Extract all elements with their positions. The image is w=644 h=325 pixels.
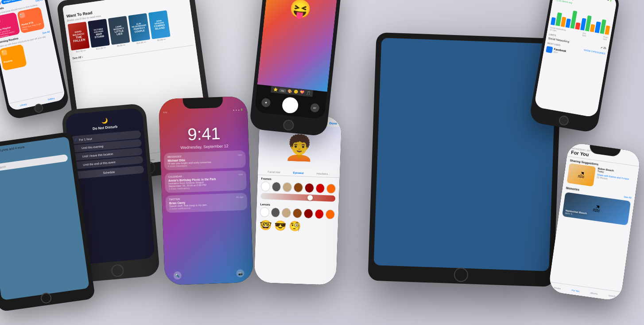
iphone-memoji-device: Cancel ▲ ▲ Done 🧑‍🦱 Facial Hair Eyewear … [254,114,341,285]
gallery-tab[interactable]: Gallery [47,97,55,101]
chart-bar [575,22,581,29]
frame-option[interactable] [315,183,325,193]
donut-prop: 🍩 [318,0,330,1]
frame-option[interactable] [294,183,303,193]
albums-tab[interactable]: Albums [590,291,597,295]
for-you-tab[interactable]: For You [572,289,580,292]
iphone-x-lock-device: 9:41 ▲ ▲ ▲ 🔋 9:41 Wednesday, September 1… [159,96,254,286]
play-playlist-shortcut[interactable]: ▶ Play Playlist Start playing a preselec… [0,12,20,39]
iphone-x-lock-screen: 9:41 ▲ ▲ ▲ 🔋 9:41 Wednesday, September 1… [159,96,254,286]
shutter-button[interactable] [282,97,299,114]
book-item[interactable]: JOHNGRISHAMCAMINOISLAND $3.99 ••• [148,10,171,42]
book-item[interactable]: LIANEMORIARTYLITTLELIES $9.99 ••• [108,16,131,48]
book-item[interactable]: DAVIDBALDACCITHEFALLEN $14.99 ••• [68,22,90,54]
photos-content: WEDNESDAY, SEPTEMBER 12 For You Sharing … [548,142,641,302]
frame-option[interactable] [283,182,292,192]
search-tab[interactable]: Search [609,294,616,298]
most-used-label: MOST USED [547,42,560,47]
done-button[interactable]: Done [329,121,337,125]
messages-notification[interactable]: MESSAGES now Michael Dibs I'll see you b… [164,150,246,170]
photos-navigation: Photos For You Albums Search [548,282,621,302]
book-item[interactable]: ELINHILDERBRANDPERFECTCOUPLE $14.99 ••• [128,13,151,45]
lock-time: 9:41 [159,111,248,145]
ipad-home-button[interactable] [40,292,52,304]
library-tab[interactable]: Library [20,102,27,106]
smiley-sticker[interactable]: 🙂 [294,90,299,94]
lens-option[interactable] [293,208,302,219]
iphone-memoji-screen: Cancel ▲ ▲ Done 🧑‍🦱 Facial Hair Eyewear … [254,114,341,285]
memoji-character: 🧑‍🦱 [284,133,315,162]
home-eta-shortcut[interactable]: 🏠 Home ETA Share how long to get home. [17,7,45,33]
variant-1[interactable]: 🤓 [259,219,272,231]
ipad-maps-screen: BAY MALIBUBEACH APR 13 - 15 Share with L… [0,137,89,300]
book-item[interactable]: VICTORIAAVEYARDWARSTORM $11.99 ••• [88,19,110,51]
sun-icon: ☀ [1,49,8,55]
iphone-home-button[interactable] [558,115,569,126]
routine-shortcut[interactable]: ☀ Routine [0,44,27,71]
photos-tab[interactable]: Photos [554,286,561,290]
facetime-content: 👨‍💼 👩‍🦳 👨‍🦱 👩 👧 [381,38,557,44]
lock-bottom-icons: 🔦 📷 [164,269,253,280]
facetime-main-view: 👨‍💼 👩‍🦳 [381,38,557,44]
check-icon: ✓ [74,138,78,141]
twitter-notification[interactable]: TWITTER 4m ago Brian Carey Sweet stuff, … [165,193,247,213]
iphone-camera-screen: ⚡ ● ⏱ 😝 🍩 ⭐ Aa 🎨 🙂 💝 🎵 [254,0,338,120]
frame-option[interactable] [272,182,281,192]
slider-thumb[interactable] [307,195,313,200]
facebook-icon [546,46,553,53]
iphone-home-button[interactable] [283,119,294,131]
frame-option[interactable] [304,183,314,193]
iphone-screen-time-screen: Oct 25, 2017 ▲ 🔋 2h 45m ↓ 2.2m above avg [534,0,617,118]
frame-option[interactable] [326,184,336,194]
lens-option[interactable] [314,209,324,219]
home-icon: 🏠 [19,12,25,18]
lens-option[interactable] [303,208,313,219]
lock-content: 9:41 ▲ ▲ ▲ 🔋 9:41 Wednesday, September 1… [159,96,254,286]
camera-viewfinder: ⚡ ● ⏱ 😝 🍩 [257,0,338,92]
ipad-home-button[interactable] [454,267,468,282]
lens-option[interactable] [326,209,335,219]
heart-sticker[interactable]: 💝 [299,90,304,94]
variant-2[interactable]: 😎 [274,220,286,232]
maps-bottom: Share with Lynne and 4 more Photos See A… [0,137,72,176]
iphone-photos-screen: WEDNESDAY, SEPTEMBER 12 For You Sharing … [548,142,641,302]
facial-hair-tab[interactable]: Facial Hair [268,171,280,174]
morning-routine-section: Morning Routine See All Wake up with the… [0,30,56,70]
flip-icon[interactable]: ↩ [310,103,320,113]
shortcuts-content: 9:41 ● 100% ▶ ☀ Widget shortcuts Essenti… [0,0,66,111]
main-scene: 546 ●●● Want To Read Books you'd like to… [0,0,644,325]
camera-icon[interactable]: 📷 [236,269,244,278]
slider-track[interactable] [260,193,335,202]
chart-bar [605,25,610,35]
search-placeholder: Search [0,165,6,169]
memoji-content: Cancel ▲ ▲ Done 🧑‍🦱 Facial Hair Eyewear … [254,114,341,285]
photo-subject: 😝 [288,0,313,20]
flashlight-icon[interactable]: 🔦 [173,271,182,280]
text-sticker[interactable]: Aa [279,88,286,92]
notch [183,97,223,109]
headwear-tab[interactable]: Headwea... [316,172,330,175]
memoji-variant-row: 🤓 😎 🧐 [256,217,338,236]
star-sticker-icon[interactable]: ⭐ [273,87,278,92]
frame-option[interactable] [261,181,270,192]
iphone-home-button[interactable] [111,264,124,277]
variant-3[interactable]: 🧐 [288,220,301,232]
calendar-notification[interactable]: CALENDAR now Annie's Birthday Picnic in … [165,170,247,193]
memories-see-all[interactable]: See All [624,196,632,199]
lens-option[interactable] [260,207,269,217]
camera-controls: ✦ ↩ [254,91,326,119]
iphone-screen-time-device: Oct 25, 2017 ▲ 🔋 2h 45m ↓ 2.2m above avg [528,0,621,133]
emoji-sticker[interactable]: 🎨 [287,89,292,94]
sharing-thumbnail: 🏖 [567,163,596,187]
facetime-more-button[interactable]: ••• [483,38,499,38]
lens-option[interactable] [282,208,291,218]
filter-icon[interactable]: ✦ [261,98,271,108]
ipad-facetime-device: 👨‍💼 👩‍🦳 👨‍🦱 👩 👧 [368,32,562,287]
eyewear-tab[interactable]: Eyewear [293,172,304,175]
chart-bar [551,17,556,25]
music-sticker[interactable]: 🎵 [306,91,310,95]
facetime-top-person: 👨‍💼 [381,38,557,44]
lens-option[interactable] [271,208,280,218]
person1-face: 👨‍💼 [458,38,481,44]
screen-time-content: Oct 25, 2017 ▲ 🔋 2h 45m ↓ 2.2m above avg [534,0,617,118]
